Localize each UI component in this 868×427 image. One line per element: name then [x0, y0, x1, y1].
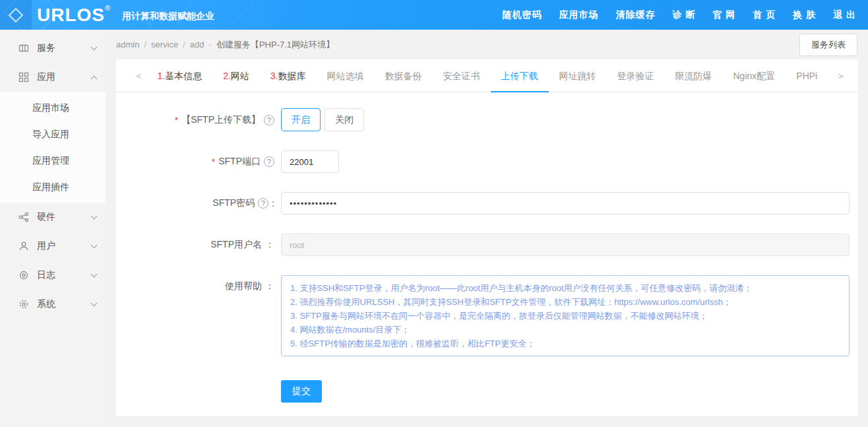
sidebar-subitem-import-app[interactable]: 导入应用 [0, 121, 106, 147]
log-eye-icon [18, 270, 29, 280]
submit-button[interactable]: 提交 [281, 380, 322, 403]
sidebar-item-hardware[interactable]: 硬件 [0, 203, 106, 232]
sidebar-item-label: 系统 [37, 298, 92, 310]
required-asterisk: * [175, 115, 178, 125]
breadcrumb-separator: / [144, 40, 146, 49]
breadcrumb-add[interactable]: add [190, 40, 204, 49]
sftp-port-input[interactable] [281, 150, 339, 173]
field-label: SFTP密码 ? : [116, 197, 281, 209]
sidebar-item-label: 应用 [37, 71, 92, 83]
breadcrumb-dash: - [209, 40, 212, 49]
tab-number: 3. [270, 71, 278, 81]
label-colon: ： [265, 239, 274, 251]
sftp-password-input[interactable] [281, 192, 850, 214]
tab-website[interactable]: 2.网站 [212, 59, 260, 92]
tab-bar: < 1.基本信息 2.网站 3.数据库 网站选填 数据备份 安全证书 上传下载 … [116, 59, 858, 92]
tab-data-backup[interactable]: 数据备份 [375, 59, 433, 92]
tab-url-redirect[interactable]: 网址跳转 [549, 59, 607, 92]
help-line: 5. 经SFTP传输的数据是加密的，很难被监听，相比FTP更安全； [290, 337, 840, 350]
user-icon [18, 241, 29, 251]
required-asterisk: * [212, 156, 215, 167]
sidebar-item-services[interactable]: 服务 [0, 34, 106, 63]
label-colon: ： [265, 280, 274, 292]
chevron-down-icon [91, 242, 98, 249]
usage-help-row: 使用帮助 ： 1. 支持SSH和SFTP登录，用户名为root——此root用户… [116, 275, 858, 356]
breadcrumb-separator: / [183, 40, 185, 49]
tab-nginx-config[interactable]: Nginx配置 [723, 59, 786, 92]
chevron-down-icon [91, 271, 98, 278]
tab-upload-download[interactable]: 上传下载 [491, 59, 549, 92]
sftp-username-input [281, 234, 850, 256]
nav-home[interactable]: 首 页 [753, 9, 776, 21]
tabs-scroll-right-icon[interactable]: > [833, 71, 849, 81]
service-list-button[interactable]: 服务列表 [799, 34, 857, 56]
sftp-toggle-row: * 【SFTP上传下载】 ? 开启 关闭 [116, 108, 858, 131]
sftp-toggle-label: 【SFTP上传下载】 [181, 114, 261, 126]
nav-official-site[interactable]: 官 网 [712, 9, 735, 21]
sftp-toggle-control: 开启 关闭 [281, 108, 368, 131]
sidebar-item-label: 硬件 [37, 211, 92, 223]
apps-icon [18, 72, 29, 82]
help-line: 1. 支持SSH和SFTP登录，用户名为root——此root用户与主机本身的r… [290, 281, 840, 295]
sftp-enable-button[interactable]: 开启 [281, 108, 321, 131]
app-header: URLOS ® 用计算和数据赋能企业 随机密码 应用市场 清除缓存 诊 断 官 … [0, 0, 868, 30]
chevron-down-icon [91, 300, 98, 307]
tab-php-truncated[interactable]: PHPi [786, 59, 828, 92]
tab-website-optional[interactable]: 网站选填 [317, 59, 375, 92]
sidebar-item-apps[interactable]: 应用 [0, 63, 106, 92]
apps-submenu: 应用市场 导入应用 应用管理 应用插件 [0, 92, 106, 203]
breadcrumb-bar: admin / service / add - 创建服务【PHP-7.1网站环境… [106, 30, 868, 59]
system-gear-icon [18, 299, 29, 310]
field-label: 使用帮助 ： [116, 275, 281, 292]
chevron-down-icon [91, 44, 98, 51]
tab-number: 1. [157, 71, 165, 81]
sidebar-subitem-app-plugin[interactable]: 应用插件 [0, 174, 106, 200]
label-colon: : [272, 198, 274, 209]
help-question-icon[interactable]: ? [258, 198, 268, 209]
sidebar-item-label: 服务 [37, 42, 92, 54]
tab-rate-limit[interactable]: 限流防爆 [665, 59, 723, 92]
nav-clear-cache[interactable]: 清除缓存 [616, 9, 656, 21]
usage-help-box: 1. 支持SSH和SFTP登录，用户名为root——此root用户与主机本身的r… [281, 275, 850, 356]
sidebar-item-users[interactable]: 用户 [0, 232, 106, 261]
sftp-username-row: SFTP用户名 ： [116, 234, 858, 256]
tabs-scroll-left-icon[interactable]: < [131, 71, 146, 81]
help-line: 3. SFTP服务与网站环境不在同一个容器中，是完全隔离的，故登录后仅能管理网站… [290, 309, 840, 323]
tab-basic-info[interactable]: 1.基本信息 [146, 59, 212, 92]
tab-database[interactable]: 3.数据库 [260, 59, 317, 92]
usage-help-label: 使用帮助 [225, 280, 262, 292]
registered-mark: ® [105, 4, 110, 12]
tab-login-verify[interactable]: 登录验证 [607, 59, 665, 92]
field-label: * 【SFTP上传下载】 ? [116, 114, 281, 126]
sidebar-item-logs[interactable]: 日志 [0, 261, 106, 290]
upload-download-form: * 【SFTP上传下载】 ? 开启 关闭 * SFTP端口 ? [116, 92, 858, 403]
nav-logout[interactable]: 退 出 [833, 9, 856, 21]
sidebar: 服务 应用 应用市场 导入应用 应用管理 应用插件 硬件 [0, 30, 106, 427]
chevron-up-icon [91, 75, 98, 82]
tab-ssl-cert[interactable]: 安全证书 [433, 59, 491, 92]
services-icon [18, 43, 29, 53]
help-question-icon[interactable]: ? [264, 156, 274, 167]
help-question-icon[interactable]: ? [264, 115, 274, 125]
sidebar-collapse-corner[interactable] [0, 0, 32, 30]
nav-change-skin[interactable]: 换 肤 [793, 9, 816, 21]
breadcrumb-admin[interactable]: admin [116, 40, 139, 49]
field-label: SFTP用户名 ： [116, 239, 281, 251]
nav-diagnose[interactable]: 诊 断 [673, 9, 696, 21]
breadcrumb-service[interactable]: service [151, 40, 178, 49]
sidebar-subitem-app-market[interactable]: 应用市场 [0, 94, 106, 121]
nav-random-password[interactable]: 随机密码 [503, 9, 542, 21]
chevron-down-icon [91, 213, 98, 220]
sidebar-subitem-app-manage[interactable]: 应用管理 [0, 147, 106, 174]
submit-row: 提交 [116, 380, 858, 403]
sftp-username-label: SFTP用户名 [210, 239, 262, 251]
sidebar-item-system[interactable]: 系统 [0, 290, 106, 319]
main-layout: 服务 应用 应用市场 导入应用 应用管理 应用插件 硬件 [0, 30, 868, 427]
sftp-port-label: SFTP端口 [218, 156, 261, 168]
sidebar-item-label: 日志 [37, 269, 92, 281]
main-content: admin / service / add - 创建服务【PHP-7.1网站环境… [106, 30, 868, 427]
top-navigation: 随机密码 应用市场 清除缓存 诊 断 官 网 首 页 换 肤 退 出 [485, 9, 868, 21]
sftp-port-row: * SFTP端口 ? [116, 150, 858, 173]
nav-app-market[interactable]: 应用市场 [559, 9, 599, 21]
sftp-disable-button[interactable]: 关闭 [325, 108, 364, 131]
